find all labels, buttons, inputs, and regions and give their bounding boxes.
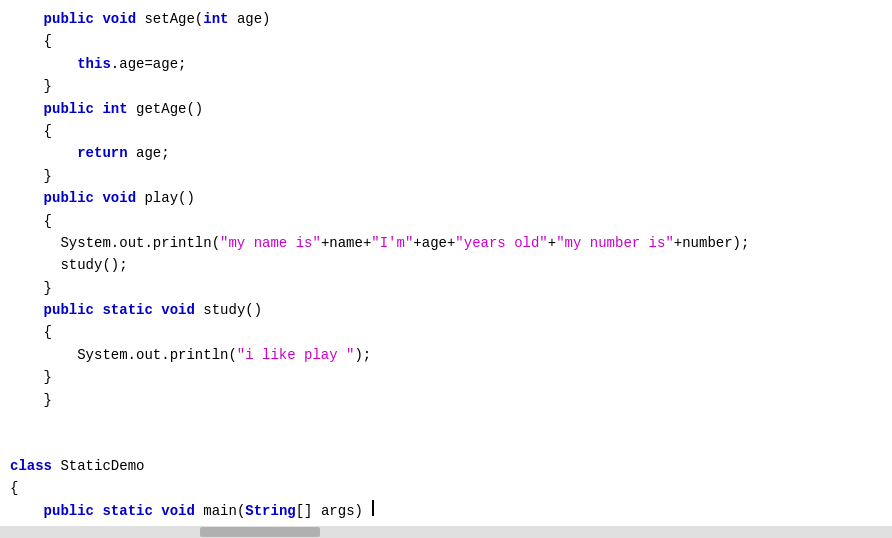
- code-line-empty1: [0, 411, 892, 433]
- text-cursor: [372, 500, 374, 516]
- code-line-brace5: {: [0, 210, 892, 232]
- code-line-play: public void play(): [0, 187, 892, 209]
- code-line-brace1: {: [0, 30, 892, 52]
- code-line-brace3: {: [0, 120, 892, 142]
- code-line-class-staticdemo: class StaticDemo: [0, 455, 892, 477]
- code-editor[interactable]: public void setAge(int age) { this.age=a…: [0, 0, 892, 538]
- code-line-empty2: [0, 433, 892, 455]
- code-line-system-play: System.out.println("my name is"+name+"I'…: [0, 232, 892, 254]
- scrollbar-thumb[interactable]: [200, 527, 320, 537]
- code-line-brace4: }: [0, 165, 892, 187]
- code-line-system-study: System.out.println("i like play ");: [0, 344, 892, 366]
- code-line-brace2: }: [0, 75, 892, 97]
- code-line-setage: public void setAge(int age): [0, 8, 892, 30]
- code-line-brace9: }: [0, 389, 892, 411]
- code-line-brace-class: {: [0, 477, 892, 499]
- horizontal-scrollbar[interactable]: [0, 526, 892, 538]
- code-line-return-age: return age;: [0, 142, 892, 164]
- code-line-getage: public int getAge(): [0, 98, 892, 120]
- code-line-study-call: study();: [0, 254, 892, 276]
- code-line-this-age: this.age=age;: [0, 53, 892, 75]
- code-line-study-method: public static void study(): [0, 299, 892, 321]
- code-line-brace7: {: [0, 321, 892, 343]
- code-line-main: public static void main(String[] args): [0, 500, 892, 522]
- code-line-brace8: }: [0, 366, 892, 388]
- code-line-brace6: }: [0, 277, 892, 299]
